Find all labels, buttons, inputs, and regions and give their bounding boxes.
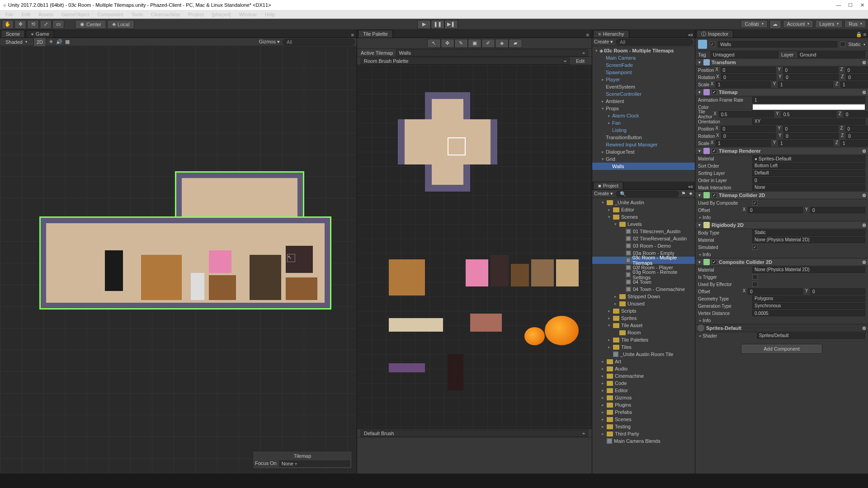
project-item[interactable]: ▸ Art xyxy=(592,358,695,365)
tilemap-overlay[interactable]: Tilemap Focus On None ÷ xyxy=(253,451,352,469)
hierarchy-item[interactable]: SceneController xyxy=(592,90,695,98)
vertexdistance-field[interactable] xyxy=(752,310,865,316)
tab-game[interactable]: ● Game xyxy=(26,30,54,38)
rot-x[interactable] xyxy=(721,74,776,80)
coll-off-y[interactable] xyxy=(810,207,865,213)
info-foldout[interactable]: Info xyxy=(703,215,711,220)
project-item[interactable]: ▸ Scenes xyxy=(592,416,695,423)
pivot-toggle[interactable]: ◉ Center xyxy=(75,20,106,29)
project-item[interactable]: 03c Room - Multiple Tilemaps xyxy=(592,257,695,264)
project-item[interactable]: 03 Room - Demo xyxy=(592,242,695,249)
hierarchy-item[interactable]: EventSystem xyxy=(592,83,695,90)
static-checkbox[interactable] xyxy=(840,42,845,47)
project-item[interactable]: 02 TimeReversal_Austin xyxy=(592,235,695,242)
step-button[interactable]: ▶❚ xyxy=(444,20,458,29)
shading-dropdown[interactable]: Shaded xyxy=(2,38,31,46)
active-tilemap-dropdown[interactable]: Walls÷ xyxy=(396,49,588,56)
hierarchy-item[interactable]: Walls xyxy=(592,163,695,170)
project-item[interactable]: ▸ Editor xyxy=(592,206,695,213)
palette-viewport[interactable] xyxy=(357,65,592,429)
favorite-icon[interactable]: ★ xyxy=(689,191,693,197)
space-toggle[interactable]: ◈ Local xyxy=(107,20,134,29)
rect-tool[interactable]: ▭ xyxy=(52,20,64,29)
hierarchy-item[interactable]: ▾Grid xyxy=(592,155,695,163)
hierarchy-search[interactable]: All xyxy=(616,39,693,45)
hierarchy-item[interactable]: ▸Fan xyxy=(592,119,695,127)
project-item[interactable]: ▾ Levels xyxy=(592,221,695,228)
rigidbody-header[interactable]: ▾Rigidbody 2D⚙ xyxy=(695,221,868,229)
lock-icon[interactable]: 🔒 ≡ xyxy=(854,32,868,38)
project-item[interactable]: _Unite Austin Room Tile xyxy=(592,351,695,358)
sortorder-dropdown[interactable]: Bottom Left xyxy=(752,163,865,169)
brush-tool[interactable]: ✎ xyxy=(454,39,468,48)
project-item[interactable]: ▸ Stripped Down xyxy=(592,293,695,300)
scale-z[interactable] xyxy=(840,81,868,88)
gizmos-dropdown[interactable]: Gizmos ▾ xyxy=(259,39,280,45)
scale-tool[interactable]: ⤢ xyxy=(40,20,52,29)
palette-dropdown[interactable]: Room Brush Palette÷ xyxy=(361,57,570,65)
menu-cinemachine[interactable]: Cinemachine xyxy=(147,11,184,18)
brush-dropdown[interactable]: Default Brush÷ xyxy=(361,430,588,437)
project-item[interactable]: 01 Titlescreen_Austin xyxy=(592,228,695,235)
menu-help[interactable]: Help xyxy=(261,11,279,18)
tag-dropdown[interactable]: Untagged xyxy=(711,52,778,58)
fx-icon[interactable]: ▦ xyxy=(65,39,70,45)
menu-edit[interactable]: Edit xyxy=(18,11,34,18)
audio-icon[interactable]: 🔊 xyxy=(56,39,62,45)
info-foldout[interactable]: Info xyxy=(703,318,711,323)
project-item[interactable]: 04 Town - Cinemachine xyxy=(592,286,695,293)
collider-header[interactable]: ▾Tilemap Collider 2D⚙ xyxy=(695,191,868,199)
add-component-button[interactable]: Add Component xyxy=(741,344,822,354)
tab-inspector[interactable]: ⓘ Inspector xyxy=(696,30,733,38)
eraser-tool[interactable]: ◈ xyxy=(495,39,509,48)
box-tool[interactable]: ▣ xyxy=(468,39,481,48)
project-item[interactable]: ▸ Editor xyxy=(592,387,695,394)
anchor-y[interactable] xyxy=(781,111,836,117)
menu-project[interactable]: Project xyxy=(184,11,207,18)
menu-assets[interactable]: Assets xyxy=(35,11,57,18)
move-tool[interactable]: ✥ xyxy=(14,20,26,29)
scene-search[interactable]: All xyxy=(283,39,355,45)
project-item[interactable]: ▸ Prefabs xyxy=(592,408,695,416)
hierarchy-create[interactable]: Create ▾ xyxy=(594,39,613,45)
hierarchy-scene-row[interactable]: ▾◈ 03c Room - Multiple Tilemaps xyxy=(592,47,695,54)
project-item[interactable]: ▾ Tile Asset xyxy=(592,322,695,329)
material-preview-header[interactable]: Sprites-Default⚙ xyxy=(695,324,868,332)
geometry-dropdown[interactable]: Polygons xyxy=(752,296,865,302)
project-item[interactable]: ▸ Audio xyxy=(592,365,695,372)
menu-window[interactable]: Window xyxy=(236,11,260,18)
menu-phazed[interactable]: [phazed] xyxy=(208,11,234,18)
close-button[interactable]: ✕ xyxy=(859,2,865,8)
layout-dropdown[interactable]: Rus xyxy=(844,20,866,28)
filter-icon[interactable]: ⚑ xyxy=(681,191,686,197)
generation-dropdown[interactable]: Synchronous xyxy=(752,303,865,309)
project-item[interactable]: ▸ Code xyxy=(592,380,695,387)
edit-button[interactable]: Edit xyxy=(572,58,588,64)
hierarchy-item[interactable]: ▸Player xyxy=(592,76,695,83)
hierarchy-item[interactable]: Spawnpoint xyxy=(592,69,695,76)
order-field[interactable] xyxy=(752,177,865,183)
tab-tile-palette[interactable]: Tile Palette xyxy=(358,30,393,38)
transform-header[interactable]: ▾Transform⚙ xyxy=(695,58,868,66)
focus-on-field[interactable]: None ÷ xyxy=(279,460,350,467)
istrigger-checkbox[interactable] xyxy=(752,274,758,280)
project-tree[interactable]: ▾ _Unite Austin▸ Editor▾ Scenes▾ Levels … xyxy=(592,198,695,474)
usedbyeffector-checkbox[interactable] xyxy=(752,282,758,287)
menu-file[interactable]: File xyxy=(2,11,17,18)
select-tool[interactable]: ↖ xyxy=(427,39,441,48)
usedbycomposite-checkbox[interactable] xyxy=(752,200,758,206)
scale-y[interactable] xyxy=(778,81,833,88)
bodytype-dropdown[interactable]: Static xyxy=(752,230,865,236)
layer-dropdown[interactable]: Ground xyxy=(797,52,865,58)
project-item[interactable]: ▸ Tiles xyxy=(592,343,695,351)
sortinglayer-dropdown[interactable]: Default xyxy=(752,170,865,176)
project-item[interactable]: ▸ Sprites xyxy=(592,314,695,322)
pause-button[interactable]: ❚❚ xyxy=(431,20,444,29)
anchor-x[interactable] xyxy=(719,111,774,117)
tab-scene[interactable]: Scene xyxy=(1,30,25,38)
picker-tool[interactable]: ✐ xyxy=(481,39,495,48)
material-field[interactable]: ● Sprites-Default xyxy=(752,155,865,162)
afr-field[interactable] xyxy=(752,97,865,103)
active-checkbox[interactable] xyxy=(710,42,715,47)
hierarchy-item[interactable]: ▸Ambient xyxy=(592,98,695,105)
